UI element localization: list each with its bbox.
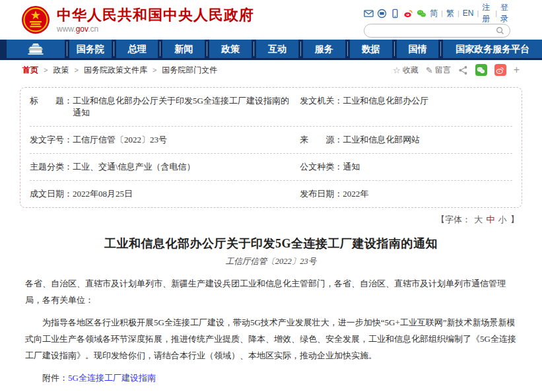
message-icon[interactable] [377, 9, 387, 18]
breadcrumb-policy-library[interactable]: 国务院政策文件库 [84, 65, 147, 76]
pen-icon: ✎ [426, 65, 433, 75]
favorite-button[interactable]: ☆ 收藏 [393, 65, 419, 76]
document-title: 工业和信息化部办公厅关于印发5G全连接工厂建设指南的通知 [25, 236, 517, 251]
nav-separator [112, 40, 116, 58]
site-url[interactable]: www.gov.cn [57, 24, 254, 34]
nav-item-guowuyuan[interactable]: 国务院 [69, 40, 112, 58]
national-emblem-icon [21, 5, 50, 34]
font-size-large-button[interactable]: 大 [474, 214, 483, 224]
paragraph-main: 为指导各地区各行业积极开展5G全连接工厂建设，带动5G技术产业发展壮大，进一步加… [25, 314, 517, 364]
quick-links-row: 简 | 繁 | EN | 注册 | 登录 [364, 7, 510, 19]
nav-separator [298, 40, 303, 58]
nav-item-shuju[interactable]: 数据 [350, 40, 392, 58]
comment-button[interactable]: ✎ 留言 [426, 65, 451, 76]
more-actions-button[interactable]: + [514, 65, 520, 75]
breadcrumb-department-docs[interactable]: 国务院部门文件 [162, 65, 217, 76]
search-box [364, 24, 510, 38]
site-url-prefix: www. [57, 24, 76, 34]
site-header: 中华人民共和国中央人民政府 www.gov.cn [0, 0, 542, 40]
meta-agency-value: 工业和信息化部办公厅 [343, 95, 428, 119]
nav-home[interactable] [7, 40, 65, 58]
meta-row-dates: 成文日期： 2022年08月25日 发布日期： 2022年 [30, 181, 512, 207]
register-link[interactable]: 注册 [482, 2, 492, 24]
meta-written-date-value: 2022年08月25日 [73, 188, 133, 200]
site-logo[interactable]: 中华人民共和国中央人民政府 www.gov.cn [21, 5, 254, 34]
site-titles: 中华人民共和国中央人民政府 www.gov.cn [57, 7, 254, 34]
mobile-icon[interactable] [390, 9, 400, 18]
attachment-link[interactable]: 5G全连接工厂建设指南 [68, 373, 156, 383]
link-separator: | [495, 9, 497, 17]
nav-item-zhengwu-platform[interactable]: 国家政务服务平台 [443, 40, 542, 58]
weibo-icon [496, 66, 504, 75]
star-icon: ☆ [393, 65, 401, 75]
nav-item-zhengce[interactable]: 政策 [209, 40, 252, 58]
meta-category-value: 工业、交通\信息产业（含电信） [73, 161, 195, 173]
nav-item-zongli[interactable]: 总理 [116, 40, 158, 58]
meta-written-date-label: 成文日期： [30, 188, 73, 200]
nav-item-fuwu[interactable]: 服务 [303, 40, 345, 58]
weibo-icon[interactable] [403, 9, 413, 18]
nav-separator [345, 40, 350, 58]
lang-english-link[interactable]: EN [463, 9, 474, 18]
meta-number-label: 发文字号： [30, 134, 73, 146]
doc-meta-table: 标 题： 工业和信息化部办公厅关于印发5G全连接工厂建设指南的通知 发文机关： … [20, 87, 522, 208]
meta-agency-label: 发文机关： [300, 95, 343, 119]
meta-category-label: 主题分类： [30, 161, 73, 173]
breadcrumb-separator: > [74, 66, 78, 74]
paragraph-attachment: 附件：5G全连接工厂建设指南 [25, 370, 517, 386]
breadcrumb-zhengce[interactable]: 政策 [53, 65, 69, 76]
meta-doctype-cell: 公文种类： 通知 [300, 154, 512, 180]
meta-number-value: 工信厅信管〔2022〕23号 [73, 134, 167, 146]
home-gate-icon [27, 44, 44, 55]
nav-separator [158, 40, 162, 58]
comment-label: 留言 [435, 65, 451, 76]
meta-doctype-label: 公文种类： [300, 161, 343, 173]
mail-icon[interactable] [364, 9, 374, 18]
page-actions: ☆ 收藏 ✎ 留言 [393, 64, 520, 76]
search-icon[interactable] [496, 26, 504, 35]
nav-separator [205, 40, 209, 58]
meta-source-value: 工业和信息化部网站 [343, 134, 420, 146]
site-title: 中华人民共和国中央人民政府 [57, 7, 254, 24]
lang-traditional-link[interactable]: 繁 [446, 8, 454, 19]
font-size-small-button[interactable]: 小 [498, 214, 507, 224]
meta-row-number-source: 发文字号： 工信厅信管〔2022〕23号 来 源： 工业和信息化部网站 [30, 127, 512, 154]
login-link[interactable]: 登录 [500, 2, 510, 24]
font-size-suffix: 】 [510, 214, 519, 224]
header-utilities: 简 | 繁 | EN | 注册 | 登录 [364, 7, 510, 38]
paragraph-addressees: 各省、自治区、直辖市及计划单列市、新疆生产建设兵团工业和信息化主管部门，各省、自… [25, 275, 517, 308]
lang-simplified-link[interactable]: 简 [430, 8, 438, 19]
nav-separator [252, 40, 256, 58]
search-input[interactable] [370, 25, 496, 36]
meta-title-cell: 标 题： 工业和信息化部办公厅关于印发5G全连接工厂建设指南的通知 [30, 88, 300, 126]
nav-separator [392, 40, 397, 58]
font-size-prefix: 【字体： [436, 214, 471, 224]
breadcrumb-home[interactable]: 首页 [22, 65, 38, 76]
meta-source-label: 来 源： [300, 134, 343, 146]
meta-row-category-type: 主题分类： 工业、交通\信息产业（含电信） 公文种类： 通知 [30, 154, 512, 181]
font-size-medium-button[interactable]: 中 [487, 214, 495, 224]
meta-doctype-value: 通知 [343, 161, 360, 173]
site-url-suffix: .cn [88, 24, 98, 34]
breadcrumb-separator: > [152, 66, 156, 74]
nav-item-guoqing[interactable]: 国情 [397, 40, 439, 58]
nav-item-xinwen[interactable]: 新闻 [162, 40, 205, 58]
share-wechat-button[interactable] [475, 64, 487, 76]
meta-category-cell: 主题分类： 工业、交通\信息产业（含电信） [30, 154, 300, 180]
document-number: 工信厅信管〔2022〕23号 [25, 256, 517, 267]
link-separator: | [441, 9, 443, 17]
favorite-label: 收藏 [403, 65, 419, 76]
share-button[interactable] [458, 65, 468, 75]
meta-written-date-cell: 成文日期： 2022年08月25日 [30, 181, 300, 207]
breadcrumb-separator: > [44, 66, 48, 74]
wechat-icon[interactable] [417, 9, 426, 18]
meta-publish-date-cell: 发布日期： 2022年 [300, 181, 512, 207]
nav-separator [65, 40, 69, 58]
document-body: 各省、自治区、直辖市及计划单列市、新疆生产建设兵团工业和信息化主管部门，各省、自… [25, 275, 517, 386]
nav-item-hudong[interactable]: 互动 [256, 40, 298, 58]
document-article: 工业和信息化部办公厅关于印发5G全连接工厂建设指南的通知 工信厅信管〔2022〕… [0, 236, 542, 392]
nav-separator [438, 40, 443, 58]
meta-source-cell: 来 源： 工业和信息化部网站 [300, 127, 512, 153]
share-weibo-button[interactable] [494, 64, 506, 76]
meta-agency-cell: 发文机关： 工业和信息化部办公厅 [300, 88, 512, 126]
